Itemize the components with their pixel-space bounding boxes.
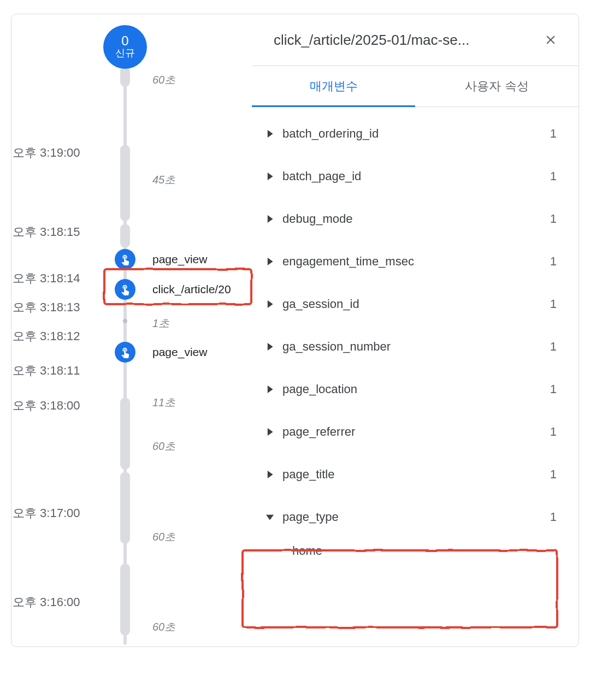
timeline-time-label: 오후 3:16:00 <box>13 594 105 610</box>
parameter-name: ga_session_id <box>282 297 550 311</box>
timeline-time-label: 오후 3:18:14 <box>13 270 105 287</box>
timeline-time-label: 오후 3:18:11 <box>13 363 105 379</box>
timeline-segment <box>120 472 130 544</box>
timeline-event-label[interactable]: click_/article/20 <box>152 279 231 300</box>
timeline-time-label: 오후 3:17:00 <box>13 505 105 521</box>
parameter-count: 1 <box>550 254 557 269</box>
parameter-name: debug_mode <box>282 212 550 226</box>
timeline-segment <box>120 224 130 248</box>
timeline-duration-label: 60초 <box>152 530 175 544</box>
parameter-row[interactable]: batch_page_id1 <box>252 155 579 198</box>
timeline-event-label[interactable]: page_view <box>152 249 207 270</box>
triangle-right-icon <box>266 297 276 311</box>
parameter-row[interactable]: page_title1 <box>252 453 579 496</box>
parameter-name: batch_page_id <box>282 169 550 183</box>
parameter-name: engagement_time_msec <box>282 254 550 269</box>
close-button[interactable] <box>539 28 562 51</box>
timeline-time-label: 오후 3:18:13 <box>13 299 105 316</box>
timeline-duration-label: 60초 <box>152 439 175 454</box>
parameter-row[interactable]: engagement_time_msec1 <box>252 240 579 283</box>
parameter-count: 1 <box>550 340 557 354</box>
parameter-name: page_type <box>282 510 550 524</box>
parameter-count: 1 <box>550 212 557 226</box>
touch-icon[interactable] <box>115 249 135 270</box>
triangle-right-icon <box>266 169 276 183</box>
timeline-duration-label: 60초 <box>152 73 175 87</box>
parameter-row[interactable]: batch_ordering_id1 <box>252 112 579 155</box>
parameter-count: 1 <box>550 127 557 141</box>
event-detail-panel: click_/article/2025-01/mac-se... 매개변수 사용… <box>252 14 579 646</box>
triangle-right-icon <box>266 425 276 439</box>
detail-tabs: 매개변수 사용자 속성 <box>252 66 579 107</box>
parameter-name: ga_session_number <box>282 340 550 354</box>
timeline-time-label: 오후 3:19:00 <box>13 145 105 161</box>
parameter-name: page_referrer <box>282 425 550 439</box>
timeline-time-label: 오후 3:18:00 <box>13 398 105 414</box>
timeline-duration-label: 11초 <box>152 395 175 410</box>
timeline-time-label: 오후 3:18:12 <box>13 328 105 345</box>
parameter-count: 1 <box>550 382 557 396</box>
parameter-row[interactable]: page_type1 <box>252 496 579 538</box>
parameter-row[interactable]: page_location1 <box>252 368 579 411</box>
badge-count: 0 <box>121 34 128 48</box>
parameter-count: 1 <box>550 467 557 482</box>
parameter-row[interactable]: ga_session_number1 <box>252 325 579 368</box>
timeline-segment <box>120 398 130 470</box>
timeline-segment <box>120 145 130 221</box>
close-icon <box>544 33 558 47</box>
parameter-row[interactable]: debug_mode1 <box>252 198 579 240</box>
new-user-badge[interactable]: 0 신규 <box>103 25 147 69</box>
parameter-count: 1 <box>550 425 557 439</box>
tab-user-properties[interactable]: 사용자 속성 <box>415 66 579 106</box>
detail-header: click_/article/2025-01/mac-se... <box>252 14 579 66</box>
timeline-dot <box>123 319 127 323</box>
touch-icon[interactable] <box>115 342 135 363</box>
parameter-name: page_location <box>282 382 550 396</box>
parameter-list: batch_ordering_id1batch_page_id1debug_mo… <box>252 107 579 646</box>
timeline-duration-label: 60초 <box>152 620 175 634</box>
parameter-count: 1 <box>550 297 557 311</box>
timeline-duration-label: 1초 <box>152 316 169 331</box>
parameter-name: page_title <box>282 467 550 482</box>
triangle-right-icon <box>266 340 276 354</box>
parameter-count: 1 <box>550 510 557 524</box>
parameter-count: 1 <box>550 169 557 183</box>
parameter-name: batch_ordering_id <box>282 127 550 141</box>
timeline: 0 신규 오후 3:19:00오후 3:18:15오후 3:18:14오후 3:… <box>11 14 252 646</box>
triangle-down-icon <box>266 510 276 524</box>
tab-parameters[interactable]: 매개변수 <box>252 66 415 106</box>
triangle-right-icon <box>266 212 276 226</box>
triangle-right-icon <box>266 467 276 482</box>
detail-title: click_/article/2025-01/mac-se... <box>274 32 539 49</box>
timeline-event-label[interactable]: page_view <box>152 342 207 363</box>
timeline-segment <box>120 66 130 87</box>
triangle-right-icon <box>266 127 276 141</box>
parameter-row[interactable]: page_referrer1 <box>252 411 579 453</box>
parameter-value: home <box>252 538 579 569</box>
timeline-duration-label: 45초 <box>152 173 175 187</box>
triangle-right-icon <box>266 254 276 269</box>
parameter-row[interactable]: ga_session_id1 <box>252 283 579 325</box>
timeline-time-label: 오후 3:18:15 <box>13 224 105 240</box>
timeline-segment <box>120 563 130 636</box>
triangle-right-icon <box>266 382 276 396</box>
badge-label: 신규 <box>115 48 135 60</box>
touch-icon[interactable] <box>115 279 135 300</box>
